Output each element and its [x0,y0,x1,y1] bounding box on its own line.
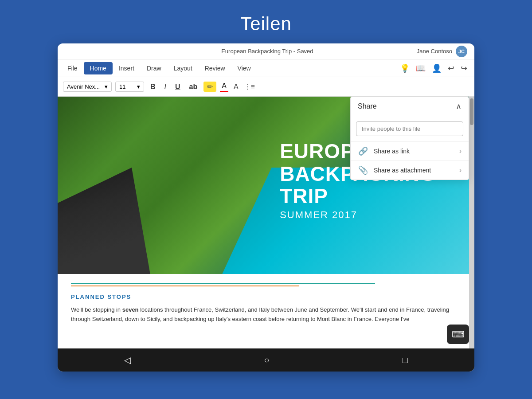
chevron-right-icon: › [459,147,462,155]
menu-item-draw[interactable]: Draw [141,62,168,74]
orange-line [71,286,299,286]
keyboard-button[interactable]: ⌨ [447,325,469,344]
invite-input[interactable] [356,121,463,136]
chevron-down-icon: ▾ [137,83,140,90]
underline-button[interactable]: U [172,82,183,92]
redo-icon[interactable]: ↪ [461,63,467,73]
italic-button[interactable]: I [162,82,169,92]
section-title: PLANNED STOPS [71,293,451,300]
share-title: Share [358,102,377,110]
share-close-button[interactable]: ∧ [456,102,462,110]
highlight-button[interactable]: ✏ [203,82,216,92]
share-link-option[interactable]: 🔗 Share as link › [351,141,469,160]
share-panel: Share ∧ 🔗 Share as link › 📎 Share as att… [350,97,469,180]
share-attachment-label: Share as attachment [374,167,454,174]
font-color-button[interactable]: A [220,81,228,92]
content-area: EUROPEAN BACKPACKING TRIP SUMMER 2017 PL… [58,97,474,348]
undo-icon[interactable]: ↩ [448,63,454,73]
home-button[interactable]: ○ [255,352,278,369]
separator-lines [71,283,451,286]
document-title: European Backpacking Trip - Saved [221,48,313,55]
font-color-button2[interactable]: A [232,82,240,92]
user-name: Jane Contoso [417,48,452,55]
user-info: Jane Contoso JC [417,46,467,57]
road-decoration [58,97,243,274]
teal-line [71,283,375,284]
menu-item-insert[interactable]: Insert [113,62,141,74]
keyboard-icon: ⌨ [452,329,465,340]
back-button[interactable]: ◁ [115,351,140,369]
title-bar: European Backpacking Trip - Saved Jane C… [58,43,474,59]
chevron-down-icon: ▾ [105,83,108,90]
share-attachment-option[interactable]: 📎 Share as attachment › [351,160,469,180]
menu-item-view[interactable]: View [231,62,257,74]
bold-button[interactable]: B [148,82,158,92]
document-body: PLANNED STOPS We'll be stopping in seven… [58,274,469,333]
avatar[interactable]: JC [456,46,467,57]
list-icon: ⋮≡ [244,83,255,90]
color-a-label: A [222,82,227,90]
share-link-label: Share as link [374,148,454,155]
menu-item-home[interactable]: Home [84,62,113,74]
share-header: Share ∧ [351,97,469,116]
menu-item-file[interactable]: File [61,62,84,74]
scrollbar[interactable] [469,97,474,348]
recent-apps-button[interactable]: □ [394,352,417,369]
page-title: Teilen [240,13,292,35]
menu-bar: File Home Insert Draw Layout Review View… [58,59,474,77]
strikethrough-button[interactable]: ab [187,82,200,92]
highlight-icon: ✏ [207,83,213,90]
link-icon: 🔗 [358,146,368,156]
bottom-nav: ◁ ○ □ [58,348,474,372]
hero-title-line3: TRIP [280,185,436,207]
book-icon[interactable]: 📖 [416,63,426,73]
lightbulb-icon[interactable]: 💡 [400,63,410,73]
font-family-select[interactable]: Avenir Nex... ▾ [63,82,112,92]
menu-item-layout[interactable]: Layout [168,62,199,74]
menu-icons-right: 💡 📖 👤 ↩ ↪ [400,63,471,73]
list-button[interactable]: ⋮≡ [244,82,255,91]
scrollbar-thumb[interactable] [470,98,473,125]
body-text: We'll be stopping in seven locations thr… [71,305,451,324]
a-icon: A [234,83,239,90]
share-icon[interactable]: 👤 [432,63,442,73]
hero-subtitle: SUMMER 2017 [280,209,436,221]
chevron-right-icon-2: › [459,166,462,174]
menu-item-review[interactable]: Review [199,62,231,74]
font-size-select[interactable]: 11 ▾ [115,82,144,92]
toolbar: Avenir Nex... ▾ 11 ▾ B I U ab ✏ A A ⋮≡ [58,77,474,97]
tablet-frame: European Backpacking Trip - Saved Jane C… [58,43,474,372]
attachment-icon: 📎 [358,165,368,175]
